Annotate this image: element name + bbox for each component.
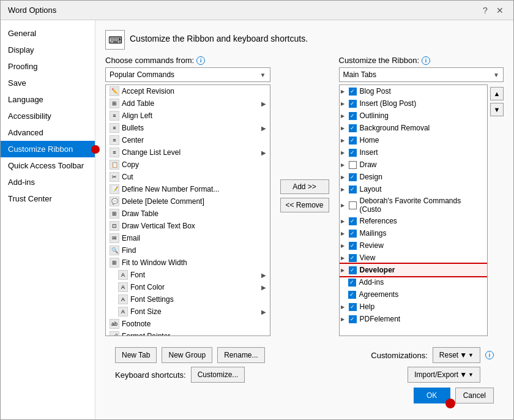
sidebar-item-display[interactable]: Display xyxy=(1,42,95,58)
ribbon-item[interactable]: ▶✓Help xyxy=(340,301,488,313)
help-button[interactable]: ? xyxy=(479,4,491,17)
command-label: Delete [Delete Comment] xyxy=(122,197,204,206)
right-panel-dropdown[interactable]: Main Tabs ▼ xyxy=(339,67,504,82)
ribbon-item[interactable]: ✓Add-ins xyxy=(340,276,488,288)
ribbon-checkbox[interactable]: ✓ xyxy=(349,124,357,132)
ribbon-checkbox[interactable]: ✓ xyxy=(349,137,357,144)
sidebar-item-language[interactable]: Language xyxy=(1,91,95,108)
list-item[interactable]: AFont▶ xyxy=(106,269,270,281)
left-panel-label-row: Choose commands from: i xyxy=(105,56,270,65)
list-item[interactable]: ✉Email xyxy=(106,232,270,244)
list-item[interactable]: ✂Cut xyxy=(106,171,270,183)
ribbon-checkbox[interactable]: ✓ xyxy=(349,88,357,96)
ribbon-item[interactable]: ✓Agreements xyxy=(340,288,488,301)
sidebar-item-customize-ribbon[interactable]: Customize Ribbon xyxy=(1,141,95,157)
ribbon-item[interactable]: ▶✓Insert xyxy=(340,146,488,159)
new-group-button[interactable]: New Group xyxy=(162,347,212,363)
ribbon-checkbox[interactable]: ✓ xyxy=(349,217,357,225)
ribbon-item[interactable]: ▶✓Insert (Blog Post) xyxy=(340,97,488,110)
title-bar-controls: ? ✕ xyxy=(479,4,506,17)
left-commands-list[interactable]: ✏️Accept Revision⊞Add Table▶≡Align Left≡… xyxy=(105,84,270,336)
ribbon-checkbox[interactable]: ✓ xyxy=(349,266,357,274)
right-panel-body: ▶✓Blog Post▶✓Insert (Blog Post)▶✓Outlini… xyxy=(339,84,504,336)
ribbon-item[interactable]: ▶✓Layout xyxy=(340,183,488,195)
customizations-info-icon[interactable]: i xyxy=(485,351,494,359)
ribbon-item[interactable]: ▶✓Developer xyxy=(340,264,488,276)
reset-dropdown-arrow: ▼ xyxy=(460,351,467,359)
ribbon-item[interactable]: ▶✓View xyxy=(340,252,488,264)
move-up-button[interactable]: ▲ xyxy=(490,87,504,100)
ok-button[interactable]: OK xyxy=(414,388,450,403)
list-item[interactable]: ✏️Accept Revision xyxy=(106,85,270,97)
sidebar-item-advanced[interactable]: Advanced xyxy=(1,124,95,141)
sidebar-item-proofing[interactable]: Proofing xyxy=(1,58,95,75)
ribbon-checkbox[interactable]: ✓ xyxy=(349,100,357,108)
ribbon-item[interactable]: ▶✓Mailings xyxy=(340,227,488,239)
list-item[interactable]: 💬Delete [Delete Comment] xyxy=(106,195,270,208)
list-item[interactable]: ≡Align Left xyxy=(106,110,270,122)
list-item[interactable]: AFont Color▶ xyxy=(106,281,270,293)
ribbon-item[interactable]: ▶✓Home xyxy=(340,134,488,146)
list-item[interactable]: 🔍Find xyxy=(106,244,270,257)
ribbon-item[interactable]: ▶✓Blog Post xyxy=(340,85,488,97)
new-tab-button[interactable]: New Tab xyxy=(115,347,157,363)
import-export-button[interactable]: Import/Export ▼ xyxy=(408,367,480,383)
customize-keyboard-button[interactable]: Customize... xyxy=(191,367,245,383)
ribbon-checkbox[interactable]: ✓ xyxy=(349,242,357,250)
list-item[interactable]: ⊞Fit to Window Width xyxy=(106,257,270,269)
rename-button[interactable]: Rename... xyxy=(217,347,264,363)
list-item[interactable]: AFont Size▶ xyxy=(106,306,270,318)
ribbon-checkbox[interactable]: ✓ xyxy=(349,315,357,323)
sidebar-item-trust-center[interactable]: Trust Center xyxy=(1,190,95,207)
ribbon-checkbox[interactable]: ✓ xyxy=(349,230,357,238)
ribbon-checkbox[interactable] xyxy=(349,161,357,169)
expand-arrow: ▶ xyxy=(341,174,347,180)
ribbon-item[interactable]: ▶✓Background Removal xyxy=(340,122,488,134)
right-panel-info-icon[interactable]: i xyxy=(422,56,430,65)
sidebar-item-save[interactable]: Save xyxy=(1,75,95,91)
expand-arrow: ▶ xyxy=(341,203,347,208)
list-item[interactable]: ≡Change List Level▶ xyxy=(106,146,270,159)
ribbon-checkbox[interactable]: ✓ xyxy=(349,254,357,262)
list-item[interactable]: 📝Define New Number Format... xyxy=(106,183,270,195)
sidebar-item-general[interactable]: General xyxy=(1,25,95,42)
list-item[interactable]: 🖌Format Painter xyxy=(106,330,270,336)
ribbon-checkbox[interactable] xyxy=(349,201,357,209)
ribbon-checkbox[interactable]: ✓ xyxy=(349,149,357,157)
ribbon-checkbox[interactable]: ✓ xyxy=(349,303,357,311)
list-item[interactable]: ≡Bullets▶ xyxy=(106,122,270,134)
left-panel-info-icon[interactable]: i xyxy=(196,56,205,65)
list-item[interactable]: abFootnote xyxy=(106,318,270,330)
ribbon-checkbox[interactable]: ✓ xyxy=(348,291,356,299)
list-item[interactable]: ⊞Add Table▶ xyxy=(106,97,270,110)
sidebar-item-quick-access[interactable]: Quick Access Toolbar xyxy=(1,157,95,174)
move-down-button[interactable]: ▼ xyxy=(490,103,504,116)
ribbon-checkbox[interactable]: ✓ xyxy=(349,186,357,193)
ribbon-item[interactable]: ▶✓References xyxy=(340,215,488,227)
command-icon: A xyxy=(118,282,128,292)
ribbon-item[interactable]: ▶✓Review xyxy=(340,239,488,252)
left-panel-dropdown[interactable]: Popular Commands ▼ xyxy=(105,67,270,82)
dialog-title: Word Options xyxy=(8,6,56,15)
sidebar-item-accessibility[interactable]: Accessibility xyxy=(1,108,95,124)
ribbon-checkbox[interactable]: ✓ xyxy=(349,112,357,120)
ribbon-item[interactable]: ▶✓Design xyxy=(340,171,488,183)
sidebar-item-add-ins[interactable]: Add-ins xyxy=(1,174,95,190)
close-button[interactable]: ✕ xyxy=(494,4,506,17)
ribbon-list[interactable]: ▶✓Blog Post▶✓Insert (Blog Post)▶✓Outlini… xyxy=(339,84,488,336)
list-item[interactable]: AFont Settings xyxy=(106,293,270,306)
ribbon-checkbox[interactable]: ✓ xyxy=(349,173,357,181)
cancel-button[interactable]: Cancel xyxy=(455,388,494,403)
ribbon-item[interactable]: ▶Draw xyxy=(340,159,488,171)
ribbon-item[interactable]: ▶Deborah's Favorite Commands (Custo xyxy=(340,195,488,215)
reset-button[interactable]: Reset ▼ xyxy=(433,347,480,363)
list-item[interactable]: ⊞Draw Table xyxy=(106,208,270,220)
ribbon-item[interactable]: ▶✓Outlining xyxy=(340,110,488,122)
add-button[interactable]: Add >> xyxy=(280,179,329,194)
ribbon-checkbox[interactable]: ✓ xyxy=(348,279,356,287)
list-item[interactable]: ≡Center xyxy=(106,134,270,146)
ribbon-item[interactable]: ▶✓PDFelement xyxy=(340,313,488,325)
list-item[interactable]: ⊡Draw Vertical Text Box xyxy=(106,220,270,232)
remove-button[interactable]: << Remove xyxy=(280,198,329,212)
list-item[interactable]: 📋Copy xyxy=(106,159,270,171)
